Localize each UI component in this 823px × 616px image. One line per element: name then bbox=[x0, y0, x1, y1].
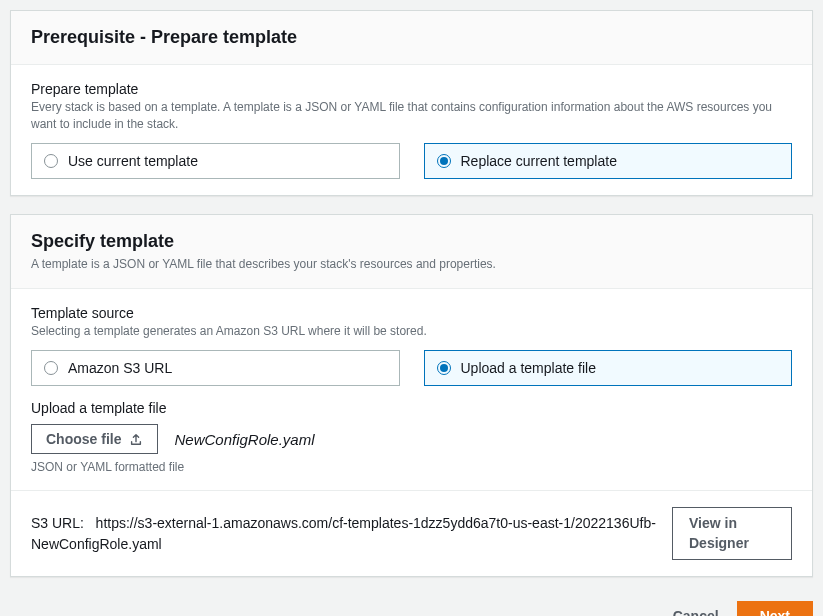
prepare-template-label: Prepare template bbox=[31, 81, 792, 97]
option-replace-current-template[interactable]: Replace current template bbox=[424, 143, 793, 179]
option-use-current-label: Use current template bbox=[68, 153, 198, 169]
option-s3-label: Amazon S3 URL bbox=[68, 360, 172, 376]
upload-icon bbox=[129, 432, 143, 446]
prerequisite-body: Prepare template Every stack is based on… bbox=[11, 65, 812, 195]
prepare-template-options: Use current template Replace current tem… bbox=[31, 143, 792, 179]
option-use-current-template[interactable]: Use current template bbox=[31, 143, 400, 179]
option-upload-template-file[interactable]: Upload a template file bbox=[424, 350, 793, 386]
choose-file-label: Choose file bbox=[46, 431, 121, 447]
cancel-button[interactable]: Cancel bbox=[673, 608, 719, 616]
radio-icon bbox=[44, 361, 58, 375]
s3-url-value: https://s3-external-1.amazonaws.com/cf-t… bbox=[31, 515, 656, 552]
specify-template-subtitle: A template is a JSON or YAML file that d… bbox=[31, 256, 792, 273]
specify-template-title: Specify template bbox=[31, 231, 792, 252]
prerequisite-title: Prerequisite - Prepare template bbox=[31, 27, 792, 48]
s3-url-label: S3 URL: bbox=[31, 515, 84, 531]
next-button[interactable]: Next bbox=[737, 601, 813, 616]
option-upload-label: Upload a template file bbox=[461, 360, 596, 376]
template-source-label: Template source bbox=[31, 305, 792, 321]
prepare-template-hint: Every stack is based on a template. A te… bbox=[31, 99, 792, 133]
specify-template-header: Specify template A template is a JSON or… bbox=[11, 215, 812, 290]
option-replace-label: Replace current template bbox=[461, 153, 617, 169]
radio-icon bbox=[44, 154, 58, 168]
upload-section: Upload a template file Choose file NewCo… bbox=[31, 400, 792, 474]
template-source-hint: Selecting a template generates an Amazon… bbox=[31, 323, 792, 340]
template-source-options: Amazon S3 URL Upload a template file bbox=[31, 350, 792, 386]
radio-icon bbox=[437, 154, 451, 168]
choose-file-button[interactable]: Choose file bbox=[31, 424, 158, 454]
prerequisite-panel: Prerequisite - Prepare template Prepare … bbox=[10, 10, 813, 196]
uploaded-filename: NewConfigRole.yaml bbox=[174, 431, 314, 448]
template-source-section: Template source Selecting a template gen… bbox=[11, 289, 812, 490]
s3-url-row: S3 URL: https://s3-external-1.amazonaws.… bbox=[11, 490, 812, 576]
radio-icon bbox=[437, 361, 451, 375]
option-amazon-s3-url[interactable]: Amazon S3 URL bbox=[31, 350, 400, 386]
upload-row: Choose file NewConfigRole.yaml bbox=[31, 424, 792, 454]
specify-template-panel: Specify template A template is a JSON or… bbox=[10, 214, 813, 578]
prerequisite-header: Prerequisite - Prepare template bbox=[11, 11, 812, 65]
wizard-footer: Cancel Next bbox=[10, 595, 813, 616]
upload-file-hint: JSON or YAML formatted file bbox=[31, 460, 792, 474]
upload-template-label: Upload a template file bbox=[31, 400, 792, 416]
view-in-designer-button[interactable]: View in Designer bbox=[672, 507, 792, 560]
s3-url-text: S3 URL: https://s3-external-1.amazonaws.… bbox=[31, 513, 660, 555]
